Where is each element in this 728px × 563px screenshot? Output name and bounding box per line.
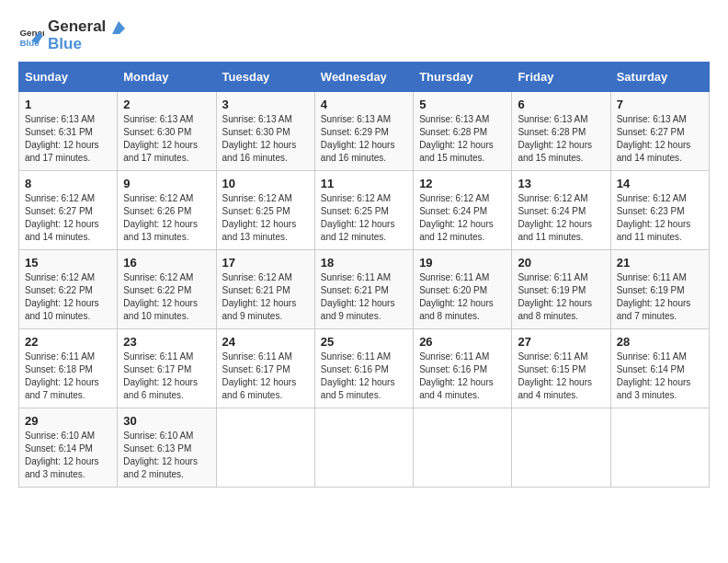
- calendar-week-2: 8Sunrise: 6:12 AMSunset: 6:27 PMDaylight…: [19, 171, 710, 250]
- day-number: 12: [419, 177, 506, 190]
- calendar-week-4: 22Sunrise: 6:11 AMSunset: 6:18 PMDayligh…: [19, 329, 710, 408]
- calendar-day-10: 10Sunrise: 6:12 AMSunset: 6:25 PMDayligh…: [216, 171, 314, 250]
- calendar-header: Sunday Monday Tuesday Wednesday Thursday…: [19, 63, 710, 92]
- calendar-day-28: 28Sunrise: 6:11 AMSunset: 6:14 PMDayligh…: [610, 329, 709, 408]
- calendar-day-30: 30Sunrise: 6:10 AMSunset: 6:13 PMDayligh…: [118, 408, 216, 488]
- calendar-day-23: 23Sunrise: 6:11 AMSunset: 6:17 PMDayligh…: [118, 329, 216, 408]
- day-info: Sunrise: 6:12 AMSunset: 6:27 PMDaylight:…: [25, 193, 99, 242]
- calendar-empty: [610, 408, 709, 488]
- day-info: Sunrise: 6:11 AMSunset: 6:16 PMDaylight:…: [419, 351, 494, 400]
- logo: General Blue General Blue: [18, 18, 127, 52]
- calendar-day-29: 29Sunrise: 6:10 AMSunset: 6:14 PMDayligh…: [19, 408, 118, 488]
- calendar-empty: [216, 408, 314, 488]
- header: General Blue General Blue: [18, 18, 710, 52]
- day-number: 25: [321, 335, 407, 349]
- day-number: 19: [419, 256, 506, 270]
- calendar-empty: [414, 408, 512, 488]
- col-tuesday: Tuesday: [216, 63, 314, 92]
- calendar-day-19: 19Sunrise: 6:11 AMSunset: 6:20 PMDayligh…: [414, 250, 512, 329]
- day-info: Sunrise: 6:13 AMSunset: 6:29 PMDaylight:…: [321, 114, 395, 163]
- calendar-week-1: 1Sunrise: 6:13 AMSunset: 6:31 PMDaylight…: [19, 92, 710, 171]
- day-number: 22: [25, 335, 111, 349]
- day-info: Sunrise: 6:11 AMSunset: 6:16 PMDaylight:…: [321, 351, 395, 400]
- day-number: 27: [518, 335, 604, 349]
- day-number: 2: [123, 98, 210, 111]
- logo-icon: General Blue: [18, 23, 44, 49]
- day-info: Sunrise: 6:12 AMSunset: 6:25 PMDaylight:…: [321, 193, 395, 242]
- day-info: Sunrise: 6:10 AMSunset: 6:13 PMDaylight:…: [123, 431, 198, 479]
- day-info: Sunrise: 6:11 AMSunset: 6:19 PMDaylight:…: [518, 272, 592, 321]
- day-number: 7: [617, 98, 703, 111]
- calendar-day-18: 18Sunrise: 6:11 AMSunset: 6:21 PMDayligh…: [314, 250, 413, 329]
- day-info: Sunrise: 6:11 AMSunset: 6:14 PMDaylight:…: [617, 351, 691, 400]
- calendar-day-7: 7Sunrise: 6:13 AMSunset: 6:27 PMDaylight…: [610, 92, 709, 171]
- day-number: 17: [222, 256, 309, 270]
- calendar-day-25: 25Sunrise: 6:11 AMSunset: 6:16 PMDayligh…: [314, 329, 413, 408]
- calendar-day-13: 13Sunrise: 6:12 AMSunset: 6:24 PMDayligh…: [512, 171, 610, 250]
- day-number: 23: [123, 335, 210, 349]
- calendar-day-2: 2Sunrise: 6:13 AMSunset: 6:30 PMDaylight…: [118, 92, 216, 171]
- calendar-day-17: 17Sunrise: 6:12 AMSunset: 6:21 PMDayligh…: [216, 250, 314, 329]
- day-info: Sunrise: 6:12 AMSunset: 6:24 PMDaylight:…: [419, 193, 494, 242]
- col-thursday: Thursday: [414, 63, 512, 92]
- col-sunday: Sunday: [19, 63, 118, 92]
- day-info: Sunrise: 6:11 AMSunset: 6:19 PMDaylight:…: [617, 272, 691, 321]
- calendar-day-5: 5Sunrise: 6:13 AMSunset: 6:28 PMDaylight…: [414, 92, 512, 171]
- day-number: 4: [321, 98, 407, 111]
- calendar-day-20: 20Sunrise: 6:11 AMSunset: 6:19 PMDayligh…: [512, 250, 610, 329]
- calendar-week-5: 29Sunrise: 6:10 AMSunset: 6:14 PMDayligh…: [19, 408, 710, 488]
- day-info: Sunrise: 6:13 AMSunset: 6:28 PMDaylight:…: [518, 114, 592, 163]
- logo-wordmark: General Blue: [48, 18, 127, 52]
- day-info: Sunrise: 6:11 AMSunset: 6:17 PMDaylight:…: [123, 351, 198, 400]
- calendar-day-27: 27Sunrise: 6:11 AMSunset: 6:15 PMDayligh…: [512, 329, 610, 408]
- calendar-day-1: 1Sunrise: 6:13 AMSunset: 6:31 PMDaylight…: [19, 92, 118, 171]
- day-number: 14: [617, 177, 703, 190]
- day-number: 5: [419, 98, 506, 111]
- day-number: 10: [222, 177, 309, 190]
- calendar-day-11: 11Sunrise: 6:12 AMSunset: 6:25 PMDayligh…: [314, 171, 413, 250]
- col-wednesday: Wednesday: [314, 63, 413, 92]
- day-number: 9: [123, 177, 210, 190]
- day-info: Sunrise: 6:12 AMSunset: 6:24 PMDaylight:…: [518, 193, 592, 242]
- day-number: 29: [25, 414, 111, 428]
- day-info: Sunrise: 6:11 AMSunset: 6:20 PMDaylight:…: [419, 272, 494, 321]
- calendar-day-14: 14Sunrise: 6:12 AMSunset: 6:23 PMDayligh…: [610, 171, 709, 250]
- svg-text:Blue: Blue: [19, 38, 40, 48]
- day-info: Sunrise: 6:12 AMSunset: 6:25 PMDaylight:…: [222, 193, 297, 242]
- day-number: 26: [419, 335, 506, 349]
- calendar-day-12: 12Sunrise: 6:12 AMSunset: 6:24 PMDayligh…: [414, 171, 512, 250]
- day-info: Sunrise: 6:11 AMSunset: 6:18 PMDaylight:…: [25, 351, 99, 400]
- day-info: Sunrise: 6:13 AMSunset: 6:30 PMDaylight:…: [123, 114, 198, 163]
- day-info: Sunrise: 6:11 AMSunset: 6:21 PMDaylight:…: [321, 272, 395, 321]
- day-info: Sunrise: 6:12 AMSunset: 6:22 PMDaylight:…: [123, 272, 198, 321]
- calendar-day-21: 21Sunrise: 6:11 AMSunset: 6:19 PMDayligh…: [610, 250, 709, 329]
- calendar-table: Sunday Monday Tuesday Wednesday Thursday…: [18, 62, 710, 488]
- day-info: Sunrise: 6:11 AMSunset: 6:15 PMDaylight:…: [518, 351, 592, 400]
- day-number: 21: [617, 256, 703, 270]
- day-number: 11: [321, 177, 407, 190]
- day-info: Sunrise: 6:13 AMSunset: 6:27 PMDaylight:…: [617, 114, 691, 163]
- day-info: Sunrise: 6:13 AMSunset: 6:30 PMDaylight:…: [222, 114, 297, 163]
- calendar-week-3: 15Sunrise: 6:12 AMSunset: 6:22 PMDayligh…: [19, 250, 710, 329]
- day-number: 30: [123, 414, 210, 428]
- col-saturday: Saturday: [610, 63, 709, 92]
- calendar-empty: [512, 408, 610, 488]
- calendar-day-16: 16Sunrise: 6:12 AMSunset: 6:22 PMDayligh…: [118, 250, 216, 329]
- calendar-day-26: 26Sunrise: 6:11 AMSunset: 6:16 PMDayligh…: [414, 329, 512, 408]
- calendar-day-24: 24Sunrise: 6:11 AMSunset: 6:17 PMDayligh…: [216, 329, 314, 408]
- calendar-body: 1Sunrise: 6:13 AMSunset: 6:31 PMDaylight…: [19, 92, 710, 488]
- calendar-day-3: 3Sunrise: 6:13 AMSunset: 6:30 PMDaylight…: [216, 92, 314, 171]
- day-number: 20: [518, 256, 604, 270]
- calendar-day-15: 15Sunrise: 6:12 AMSunset: 6:22 PMDayligh…: [19, 250, 118, 329]
- day-number: 15: [25, 256, 111, 270]
- calendar-day-22: 22Sunrise: 6:11 AMSunset: 6:18 PMDayligh…: [19, 329, 118, 408]
- day-number: 1: [25, 98, 111, 111]
- col-friday: Friday: [512, 63, 610, 92]
- day-number: 28: [617, 335, 703, 349]
- day-number: 8: [25, 177, 111, 190]
- day-number: 3: [222, 98, 309, 111]
- svg-marker-3: [112, 21, 125, 34]
- col-monday: Monday: [118, 63, 216, 92]
- day-info: Sunrise: 6:13 AMSunset: 6:28 PMDaylight:…: [419, 114, 494, 163]
- day-info: Sunrise: 6:11 AMSunset: 6:17 PMDaylight:…: [222, 351, 297, 400]
